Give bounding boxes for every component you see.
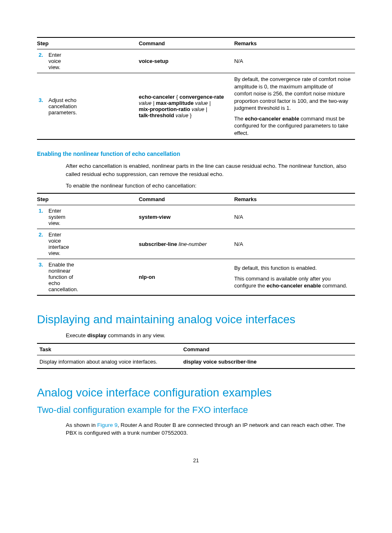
heading-twodial: Two-dial configuration example for the F…	[37, 405, 355, 415]
table-row: Display information about analog voice i…	[37, 355, 355, 368]
step-desc: Enter voice view.	[48, 52, 69, 70]
step-number: 1.	[37, 208, 48, 226]
command-text: system-view	[139, 214, 171, 220]
remarks-text: N/A	[234, 205, 355, 229]
col-remarks: Remarks	[234, 37, 355, 49]
col-command: Command	[183, 343, 355, 355]
para-example: As shown in Figure 9, Router A and Route…	[66, 421, 355, 437]
echo-params-table: Step Command Remarks 2. Enter voice view…	[37, 37, 355, 140]
display-table: Task Command Display information about a…	[37, 343, 355, 369]
remarks-text: By default, the convergence rate of comf…	[234, 73, 355, 140]
page-content: Step Command Remarks 2. Enter voice view…	[0, 0, 392, 476]
heading-nonlinear: Enabling the nonlinear function of echo …	[37, 151, 355, 157]
col-command: Command	[139, 37, 234, 49]
table-row: 1. Enter system view. system-view N/A	[37, 205, 355, 229]
para-nonlinear-intro: After echo cancellation is enabled, nonl…	[66, 162, 355, 178]
remarks-text: N/A	[234, 229, 355, 259]
step-desc: Enter voice interface view.	[48, 232, 69, 256]
task-text: Display information about analog voice i…	[37, 355, 183, 368]
remarks-text: By default, this function is enabled. Th…	[234, 259, 355, 296]
col-task: Task	[37, 343, 183, 355]
col-step: Step	[37, 193, 139, 205]
nonlinear-table: Step Command Remarks 1. Enter system vie…	[37, 193, 355, 296]
command-text: subscriber-line line-number	[139, 229, 234, 259]
step-number: 3.	[37, 262, 48, 292]
table-row: 2. Enter voice view. voice-setup N/A	[37, 49, 355, 73]
step-desc: Adjust echo cancellation parameters.	[48, 97, 77, 116]
step-number: 2.	[37, 52, 48, 70]
remarks-text: N/A	[234, 49, 355, 73]
heading-examples: Analog voice interface configuration exa…	[37, 385, 355, 400]
page-number: 21	[37, 458, 355, 463]
col-remarks: Remarks	[234, 193, 355, 205]
heading-displaying: Displaying and maintaining analog voice …	[37, 312, 355, 327]
col-command: Command	[139, 193, 234, 205]
table-row: 2. Enter voice interface view. subscribe…	[37, 229, 355, 259]
command-text: nlp-on	[139, 274, 155, 280]
command-text: voice-setup	[139, 58, 168, 64]
step-desc: Enter system view.	[48, 208, 69, 226]
command-text: display voice subscriber-line	[183, 359, 256, 365]
step-number: 3.	[37, 97, 48, 116]
command-text: echo-canceler { convergence-rate value |…	[139, 73, 234, 140]
table-row: 3. Adjust echo cancellation parameters. …	[37, 73, 355, 140]
table-row: 3. Enable the nonlinear function of echo…	[37, 259, 355, 296]
step-desc: Enable the nonlinear function of echo ca…	[48, 262, 78, 292]
para-nonlinear-lead: To enable the nonlinear function of echo…	[66, 182, 355, 190]
col-step: Step	[37, 37, 139, 49]
para-display: Execute display commands in any view.	[66, 331, 355, 340]
figure-link[interactable]: Figure 9	[97, 422, 118, 428]
step-number: 2.	[37, 232, 48, 256]
